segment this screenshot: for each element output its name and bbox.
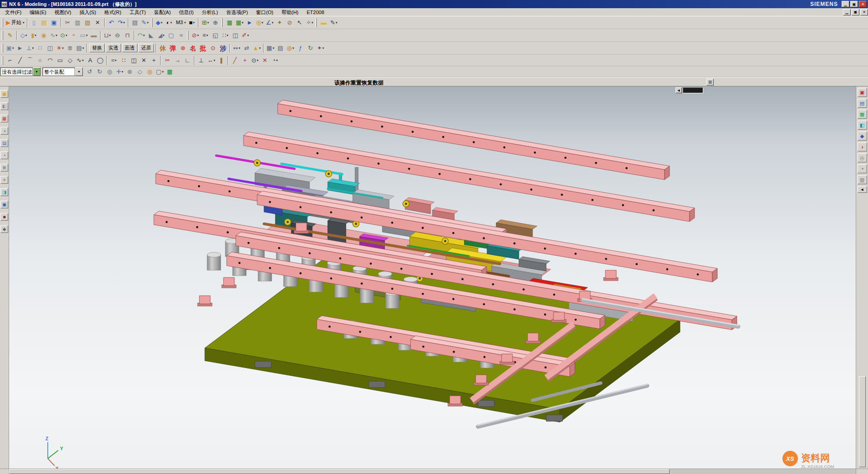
assembly-navigator-button[interactable]: ▤ bbox=[858, 99, 867, 108]
studio-spline-button[interactable]: ∿▾ bbox=[75, 55, 85, 66]
fit-view-button[interactable]: ⊞▾ bbox=[200, 18, 210, 28]
chamfer-button[interactable]: ◣ bbox=[146, 30, 156, 40]
hd3d-tools-button[interactable]: ◑ bbox=[858, 142, 867, 151]
measure-button[interactable]: ∠▾ bbox=[264, 18, 274, 28]
interference-tool-button[interactable]: 涉 bbox=[218, 43, 228, 53]
cut-button[interactable]: ✂ bbox=[63, 18, 73, 28]
extrude-button[interactable]: ▮▾ bbox=[29, 30, 39, 40]
vertical-scrollbar-thumb[interactable] bbox=[859, 376, 866, 467]
corner-button[interactable]: ∟ bbox=[183, 55, 193, 66]
quick-trim-button[interactable]: ✂ bbox=[162, 55, 173, 66]
top-selection-button[interactable]: ◇ bbox=[135, 67, 145, 77]
grid-toggle-button[interactable]: ▦ bbox=[706, 79, 714, 86]
views-secondary-button[interactable]: ◨ bbox=[0, 188, 8, 196]
menu-view-button[interactable]: 视图(V) bbox=[51, 8, 76, 16]
pattern-feature-button[interactable]: ∷▾ bbox=[220, 30, 230, 40]
snap-center-button[interactable]: ⊙▾ bbox=[250, 55, 260, 66]
profile-button[interactable]: ⌐ bbox=[5, 55, 15, 66]
undo-button[interactable]: ↶ bbox=[107, 18, 117, 28]
mirror-assembly-button[interactable]: ◫ bbox=[45, 43, 55, 53]
cad-model-canvas[interactable]: Z Y X XS 资料网 ZL.XS1616.COM bbox=[9, 86, 856, 469]
history-palette-button[interactable]: ◔ bbox=[858, 164, 867, 173]
rendering-style-button[interactable]: ◐▾ bbox=[164, 18, 174, 28]
ellipse-button[interactable]: ◯ bbox=[95, 55, 105, 66]
zoom-button[interactable]: ⊕ bbox=[210, 18, 220, 28]
revolve-button[interactable]: ◉ bbox=[39, 30, 49, 40]
clearance-check-button[interactable]: ▲▾ bbox=[252, 43, 262, 53]
layers-panel-button[interactable]: ▤ bbox=[0, 139, 8, 147]
menu-assemblies-button[interactable]: 装配(A) bbox=[150, 8, 175, 16]
menu-insert-button[interactable]: 插入(S) bbox=[75, 8, 100, 16]
pattern-curve-button[interactable]: ∷ bbox=[119, 55, 129, 66]
snap-wcs-button[interactable]: ◎ bbox=[145, 67, 155, 77]
part-family-button[interactable]: ▦▾ bbox=[234, 18, 244, 28]
child-restore-button[interactable]: ▣ bbox=[852, 9, 859, 15]
offset-curve-button[interactable]: ≈▾ bbox=[109, 55, 119, 66]
sweep-button[interactable]: ∿▾ bbox=[49, 30, 59, 40]
menu-file-button[interactable]: 文件(F) bbox=[1, 8, 25, 16]
scale-body-button[interactable]: ◱ bbox=[210, 30, 220, 40]
markers-panel-button[interactable]: ▦ bbox=[0, 115, 8, 122]
view-layout-button[interactable]: M3▾ bbox=[174, 18, 187, 28]
shade-panel-button[interactable]: ◑ bbox=[0, 127, 8, 135]
snap-point-button[interactable]: ◎▾ bbox=[254, 18, 264, 28]
close-button[interactable]: ✕ bbox=[859, 1, 867, 7]
replace-reference-set-button[interactable]: 替换 bbox=[89, 44, 105, 52]
selection-sheet-button[interactable]: ▦ bbox=[165, 67, 175, 77]
spring-tool-button[interactable]: 弹 bbox=[168, 43, 178, 53]
open-button[interactable]: ▤ bbox=[39, 18, 49, 28]
pattern-component-button[interactable]: ∷ bbox=[35, 43, 45, 53]
wcs-dynamics-button[interactable]: ◎▾ bbox=[285, 43, 295, 53]
filters-button[interactable]: ✧▾ bbox=[305, 18, 315, 28]
expressions-button[interactable]: ƒ bbox=[295, 43, 305, 53]
reuse-library-button[interactable]: ◆ bbox=[858, 131, 867, 141]
view-orientation-button[interactable]: ◆▾ bbox=[154, 18, 164, 28]
fillet-sketch-button[interactable]: ◠ bbox=[45, 55, 55, 66]
resource-close-button[interactable]: ▣ bbox=[858, 88, 867, 97]
line-button[interactable]: ╱ bbox=[15, 55, 25, 66]
mirror-feature-button[interactable]: ◫ bbox=[230, 30, 240, 40]
child-minimize-button[interactable]: ▁ bbox=[843, 9, 851, 15]
menu-information-button[interactable]: 信息(I) bbox=[175, 8, 198, 16]
menu-window-button[interactable]: 窗口(O) bbox=[252, 8, 278, 16]
trim-body-button[interactable]: ⊘▾ bbox=[190, 30, 200, 40]
web-browser-button[interactable]: ◎ bbox=[858, 153, 867, 162]
tool-palettes-button[interactable]: ✦ bbox=[274, 18, 284, 28]
intersect-button[interactable]: ⊓ bbox=[122, 30, 132, 40]
pad-button[interactable]: ▬ bbox=[89, 30, 99, 40]
update-model-button[interactable]: ↻ bbox=[305, 43, 315, 53]
dot-tool-button[interactable]: ⊙ bbox=[208, 43, 218, 53]
rectangle-button[interactable]: ▭ bbox=[55, 55, 65, 66]
next-selection-button[interactable]: ↻ bbox=[95, 67, 105, 77]
add-component-button[interactable]: ▣▾ bbox=[5, 43, 15, 53]
menu-edit-button[interactable]: 编辑(E) bbox=[25, 8, 51, 16]
batch-tool-button[interactable]: 批 bbox=[198, 43, 208, 53]
thread-button[interactable]: ≈ bbox=[176, 30, 186, 40]
history-clock-button[interactable]: ◔ bbox=[0, 151, 8, 159]
nav-list-button[interactable]: ≣ bbox=[0, 164, 8, 171]
snap-mid-button[interactable]: + bbox=[240, 55, 250, 66]
copy-button[interactable]: ▥ bbox=[73, 18, 83, 28]
layer-settings-button[interactable]: ▤ bbox=[275, 43, 285, 53]
draft-button[interactable]: ◢▾ bbox=[156, 30, 166, 40]
clip-slider-track[interactable] bbox=[683, 87, 703, 93]
circle-button[interactable]: ○ bbox=[35, 55, 45, 66]
customize-button[interactable]: ✦▾ bbox=[315, 43, 325, 53]
start-menu-button[interactable]: ▶开始▾ bbox=[5, 18, 25, 28]
menu-tools-button[interactable]: 工具(T) bbox=[125, 8, 150, 16]
delete-button[interactable]: ✕ bbox=[93, 18, 103, 28]
restore-display-button[interactable]: 还原 bbox=[138, 44, 154, 52]
redo-button[interactable]: ↷▾ bbox=[117, 18, 127, 28]
select-all-button[interactable]: ◎ bbox=[105, 67, 115, 77]
selection-filter-value[interactable]: 没有选择过滤器 bbox=[0, 67, 33, 76]
nav-pointer-button[interactable]: ↖ bbox=[294, 18, 305, 28]
paste-button[interactable]: ▧ bbox=[83, 18, 93, 28]
unite-button[interactable]: ⊔▾ bbox=[102, 30, 112, 40]
save-button[interactable]: ▣ bbox=[49, 18, 59, 28]
arc-button[interactable]: ⌒ bbox=[25, 55, 35, 66]
assembly-constraints-button[interactable]: ⊥▾ bbox=[25, 43, 35, 53]
datum-plane-button[interactable]: ◇▾ bbox=[19, 30, 29, 40]
suppress-tool-button[interactable]: 休 bbox=[158, 43, 168, 53]
subtract-button[interactable]: ⊖ bbox=[112, 30, 122, 40]
clip-slider-left-button[interactable]: ◀ bbox=[675, 87, 682, 93]
